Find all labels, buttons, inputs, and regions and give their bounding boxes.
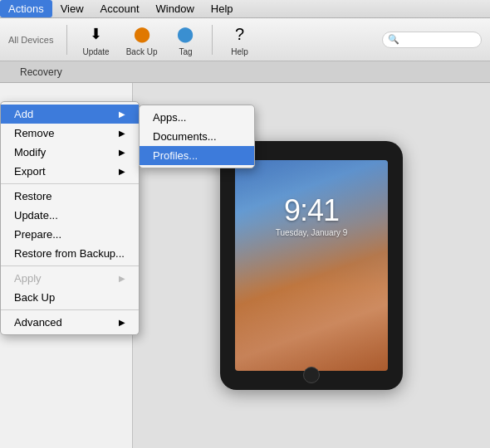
menubar: Actions View Account Window Help <box>0 0 490 18</box>
menu-item-update[interactable]: Update... <box>1 206 139 225</box>
ipad-time: 9:41 <box>235 193 388 228</box>
menu-item-prepare[interactable]: Prepare... <box>1 225 139 244</box>
backup-label: Back Up <box>126 47 158 56</box>
backup-icon: ⬤ <box>130 22 154 46</box>
tabbar: Recovery <box>0 61 490 83</box>
menu-item-apply-label: Apply <box>14 272 42 285</box>
dropdown-container: Add ▶ Apps... Documents... Profiles... <box>0 101 140 335</box>
menu-item-restore-label: Restore <box>14 190 52 202</box>
submenu-item-documents[interactable]: Documents... <box>140 127 254 146</box>
menu-item-apply[interactable]: Apply ▶ <box>1 269 139 288</box>
menu-item-modify[interactable]: Modify ▶ <box>1 143 139 162</box>
menu-item-remove[interactable]: Remove ▶ <box>1 124 139 143</box>
update-label: Update <box>82 47 109 56</box>
actions-menu: Add ▶ Apps... Documents... Profiles... <box>0 101 140 335</box>
menu-item-add[interactable]: Add ▶ Apps... Documents... Profiles... <box>1 105 139 124</box>
menu-item-restore-backup-label: Restore from Backup... <box>14 247 125 260</box>
tab-recovery[interactable]: Recovery <box>8 63 74 81</box>
menu-item-prepare-label: Prepare... <box>14 228 61 241</box>
submenu-arrow-export: ▶ <box>119 167 125 176</box>
menu-item-export[interactable]: Export ▶ <box>1 162 139 181</box>
menu-item-advanced[interactable]: Advanced ▶ <box>1 313 139 332</box>
ipad-date: Tuesday, January 9 <box>235 228 388 237</box>
search-input[interactable] <box>399 35 476 45</box>
submenu-arrow-remove: ▶ <box>119 129 125 138</box>
search-icon: 🔍 <box>388 34 399 45</box>
submenu-arrow-advanced: ▶ <box>119 318 125 327</box>
toolbar-help[interactable]: ? Help <box>223 22 256 56</box>
menubar-item-window[interactable]: Window <box>148 0 203 17</box>
toolbar-search[interactable]: 🔍 <box>382 32 482 48</box>
submenu-arrow-add: ▶ <box>119 110 125 119</box>
ipad-home-button <box>303 367 320 383</box>
ipad-device: 9:41 Tuesday, January 9 <box>220 141 403 390</box>
toolbar-divider-1 <box>66 25 67 55</box>
menu-separator-2 <box>1 265 139 266</box>
submenu-arrow-apply: ▶ <box>119 274 125 283</box>
help-icon: ? <box>228 22 251 46</box>
menu-item-restore[interactable]: Restore <box>1 187 139 206</box>
screen-overlay <box>235 160 388 371</box>
tag-label: Tag <box>179 47 192 56</box>
main-content: 9:41 Tuesday, January 9 Add ▶ Apps... Do… <box>0 83 490 448</box>
menu-item-restore-backup[interactable]: Restore from Backup... <box>1 244 139 263</box>
submenu-item-profiles[interactable]: Profiles... <box>140 146 254 165</box>
menubar-item-actions[interactable]: Actions <box>0 0 52 17</box>
submenu-item-apps[interactable]: Apps... <box>140 108 254 127</box>
menu-item-modify-label: Modify <box>14 146 46 158</box>
menu-item-advanced-label: Advanced <box>14 316 62 329</box>
menubar-item-view[interactable]: View <box>52 0 92 17</box>
menu-item-remove-label: Remove <box>14 127 54 139</box>
menu-separator-3 <box>1 309 139 310</box>
tag-icon: ⬤ <box>174 22 197 46</box>
toolbar: All Devices ⬇ Update ⬤ Back Up ⬤ Tag ? H… <box>0 18 490 61</box>
toolbar-update[interactable]: ⬇ Update <box>77 22 114 56</box>
all-devices-label: All Devices <box>8 35 53 45</box>
update-icon: ⬇ <box>85 22 108 46</box>
submenu-arrow-modify: ▶ <box>119 148 125 157</box>
menu-separator-1 <box>1 183 139 184</box>
help-label: Help <box>231 47 248 56</box>
menu-item-add-label: Add <box>14 108 33 120</box>
menubar-item-account[interactable]: Account <box>92 0 148 17</box>
menu-item-backup[interactable]: Back Up <box>1 288 139 307</box>
toolbar-tag[interactable]: ⬤ Tag <box>169 22 202 56</box>
toolbar-divider-2 <box>212 25 213 55</box>
ipad-screen: 9:41 Tuesday, January 9 <box>235 160 388 371</box>
toolbar-backup[interactable]: ⬤ Back Up <box>121 22 163 56</box>
menu-item-backup-label: Back Up <box>14 291 55 304</box>
menu-item-update-label: Update... <box>14 209 58 222</box>
add-submenu: Apps... Documents... Profiles... <box>139 105 255 168</box>
menubar-item-help[interactable]: Help <box>203 0 242 17</box>
menu-item-export-label: Export <box>14 165 46 178</box>
